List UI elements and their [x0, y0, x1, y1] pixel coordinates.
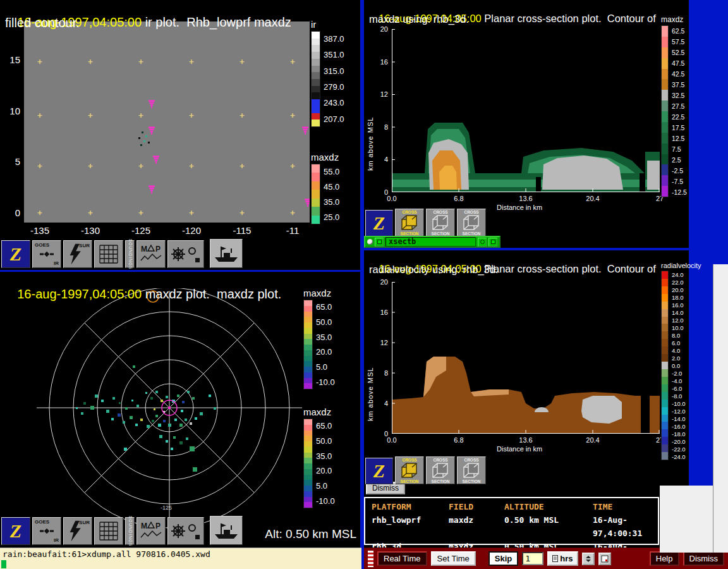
x-axis-ticks: 0.06.813.620.427: [380, 436, 671, 444]
skip-button[interactable]: Skip: [488, 551, 518, 566]
xsect-menu-button[interactable]: [375, 238, 384, 247]
calendar-icon: [601, 555, 609, 563]
zebra-logo-button[interactable]: Z: [365, 458, 393, 484]
radar-echo: [118, 413, 121, 417]
goes-label: GOES: [35, 242, 49, 248]
soundings-label: SOUNDINGS: [128, 516, 132, 546]
radar-echo: [90, 406, 94, 410]
svg-text:CROSS: CROSS: [402, 458, 417, 462]
grid-plus-mark: +: [138, 161, 143, 171]
cross-section-plot-maxdz: [392, 29, 660, 192]
cross-section-button-2[interactable]: CROSS SECTION: [426, 209, 455, 236]
x-axis-label: Distance in km: [497, 204, 542, 211]
radar-echo: [200, 412, 203, 415]
colorbar-tick-label: 16.0: [672, 301, 686, 309]
colorbar-segment: [304, 306, 312, 312]
ship-button[interactable]: [210, 239, 243, 268]
xsect-small-button-2[interactable]: [488, 238, 497, 247]
cross-section-cube-icon: CROSS SECTION: [459, 209, 484, 236]
xsect-small-button-1[interactable]: [478, 238, 487, 247]
grid-plus-mark: +: [240, 111, 245, 120]
cross-section-button-3[interactable]: CROSS SECTION: [457, 456, 486, 484]
colorbar-tick-label: -20.0: [672, 437, 686, 445]
radar-echo: [147, 425, 150, 428]
colorbar-segment: [312, 216, 320, 224]
ship-button[interactable]: [210, 516, 243, 545]
colorbar-segment: [312, 92, 320, 99]
radio-indicator[interactable]: [367, 239, 373, 245]
radar-echo: [155, 415, 158, 417]
colorbar-segment: [662, 279, 668, 286]
colorbar-values: 62.557.552.547.542.537.532.527.522.517.5…: [672, 25, 687, 197]
surveillance-button[interactable]: SUR: [63, 517, 92, 545]
title-line2: radialvelocity using: rhb_3d.: [369, 264, 499, 276]
time-spinner-button[interactable]: [582, 553, 595, 565]
colorbar-segment: [304, 453, 312, 458]
goes-ir-button[interactable]: GOES IR: [32, 517, 61, 545]
circle-icon: [480, 240, 485, 244]
map-button[interactable]: M P: [136, 517, 166, 545]
map-button[interactable]: M P: [136, 240, 166, 268]
zebra-logo-button[interactable]: Z: [1, 240, 30, 268]
goes-label: GOES: [35, 519, 49, 525]
cross-section-button-2[interactable]: CROSS SECTION: [426, 456, 455, 484]
radar-echo: [125, 407, 128, 410]
map-icon: M P: [139, 520, 163, 542]
xsect-name-field[interactable]: xsectb: [385, 237, 476, 247]
help-button[interactable]: Help: [650, 551, 679, 566]
terminal-window[interactable]: rain:beaufait:61>xdump.all 970816.0405.x…: [0, 548, 361, 569]
calendar-button[interactable]: [598, 553, 611, 565]
zebra-logo-button[interactable]: Z: [1, 517, 30, 545]
colorbar-segment: [304, 463, 312, 469]
cross-section-cube-icon: CROSS SECTION: [428, 209, 453, 236]
colorbar-segment: [662, 384, 668, 392]
overlays-button[interactable]: [167, 517, 204, 545]
goes-ir-button[interactable]: GOES IR: [32, 240, 61, 268]
soundings-button[interactable]: SOUNDINGS: [125, 240, 135, 268]
hrs-button[interactable]: hrs: [547, 551, 578, 566]
zebra-z: Z: [373, 460, 385, 482]
controlbar-dismiss-button[interactable]: Dismiss: [683, 551, 725, 566]
colorbar-segment: [304, 339, 312, 345]
surveillance-button[interactable]: SUR: [63, 240, 92, 268]
svg-text:P: P: [155, 245, 161, 254]
soundings-button[interactable]: SOUNDINGS: [125, 517, 135, 545]
colorbar-segment: [304, 469, 312, 475]
colorbar-segment: [304, 425, 312, 431]
grid-plus-mark: +: [290, 111, 295, 120]
colorbar-tick-label: 10.0: [672, 324, 686, 331]
background-window-corner: [660, 486, 713, 553]
real-time-button[interactable]: Real Time: [377, 551, 427, 566]
set-time-button[interactable]: Set Time: [431, 551, 476, 566]
cross-section-button-3[interactable]: CROSS SECTION: [457, 209, 486, 236]
x-tick-label: -130: [78, 225, 103, 236]
colorbar-tick-label: 32.5: [672, 90, 687, 101]
colorbar-segment: [304, 350, 312, 356]
window-xsect-maxdz: 16-aug-1997,04:05:00 Planar cross-sectio…: [364, 0, 689, 248]
colorbar-tick-label: 35.0: [316, 329, 335, 345]
map-speck: [138, 137, 140, 139]
colorbar-tick-label: -10.0: [316, 493, 335, 508]
zebra-z: Z: [10, 520, 21, 542]
radar-grid-button[interactable]: [94, 240, 123, 268]
overlays-button[interactable]: [167, 240, 204, 268]
radar-echo: [179, 441, 183, 444]
colorbar-tick-label: -6.0: [672, 384, 686, 392]
platform-status-table: PLATFORMFIELDALTITUDETIMErhb_lowprfmaxdz…: [364, 497, 659, 545]
x-axis-ticks: -135-130-125-120-115-11: [27, 225, 305, 236]
colorbar-segment: [312, 66, 320, 73]
terminal-cursor: [1, 560, 6, 568]
radar-grid-button[interactable]: [94, 517, 123, 545]
grid-plus-mark: +: [240, 208, 245, 217]
title-text: maxdz plot. maxdz plot.: [142, 287, 281, 301]
radar-echo: [159, 435, 162, 438]
title-text: Planar cross-section plot. Contour of: [482, 263, 656, 274]
grid-plus-mark: +: [138, 208, 143, 217]
colorbar-swatches: [311, 164, 320, 224]
cross-section-button-1[interactable]: CROSS SECTION: [395, 209, 424, 236]
colorbar-tick-label: 14.0: [672, 309, 686, 316]
cross-section-button-1[interactable]: CROSS SECTION: [395, 456, 424, 484]
zebra-logo-button[interactable]: Z: [365, 210, 393, 236]
radar-echo: [168, 424, 171, 427]
skip-value-input[interactable]: [522, 552, 543, 565]
